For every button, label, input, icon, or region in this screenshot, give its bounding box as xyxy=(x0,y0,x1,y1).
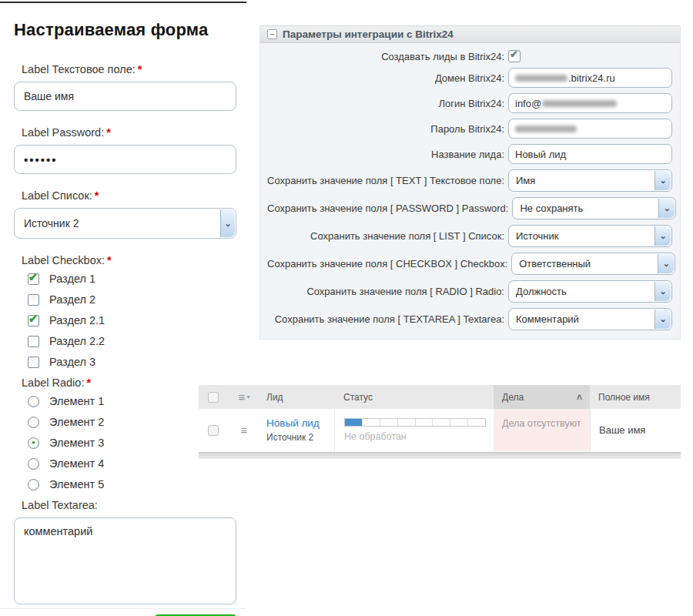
chevron-down-icon[interactable]: ⌄ xyxy=(654,310,671,329)
mapping-checkbox-label: Сохранить значение поля [ CHECKBOX ] Che… xyxy=(267,258,511,270)
column-header-full-name[interactable]: Полное имя xyxy=(590,385,681,409)
status-progress-bar xyxy=(344,418,486,427)
checkbox-razdel-2-2[interactable] xyxy=(28,336,39,347)
bitrix-password-input[interactable] xyxy=(508,119,672,139)
chevron-down-icon[interactable]: ⌄ xyxy=(654,171,671,190)
list-select[interactable]: Источник 2 ⌄ xyxy=(14,208,236,239)
column-header-status[interactable]: Статус xyxy=(334,385,494,409)
textarea-group: Label Textarea: комментарий xyxy=(14,499,236,608)
panel-header[interactable]: − Параметры интеграции с Bitrix24 xyxy=(260,25,680,43)
mapping-textarea-select[interactable]: Комментарий ⌄ xyxy=(508,308,672,330)
mapping-password-row: Сохранить значение поля [ PASSWORD ] Pas… xyxy=(267,197,673,219)
redacted-text xyxy=(542,100,617,107)
domain-input[interactable]: .bitrix24.ru xyxy=(508,68,672,88)
column-header-lead[interactable]: Лид xyxy=(260,385,334,409)
sort-asc-icon: ˄ xyxy=(577,392,582,403)
checkbox-razdel-3[interactable] xyxy=(28,357,39,368)
checkbox-option: Раздел 3 xyxy=(28,356,236,368)
chevron-down-icon[interactable]: ⌄ xyxy=(220,209,235,237)
mapping-list-label: Сохранить значение поля [ LIST ] Список: xyxy=(267,230,508,242)
create-leads-checkbox[interactable]: ✔ xyxy=(508,50,521,62)
radio-option: Элемент 5 xyxy=(28,478,236,490)
mapping-radio-select[interactable]: Должность ⌄ xyxy=(508,280,672,303)
radio-option-label: Элемент 2 xyxy=(49,416,104,428)
radio-dot-icon: ● xyxy=(32,440,35,446)
comment-textarea[interactable]: комментарий xyxy=(14,517,236,604)
radio-option-label: Элемент 1 xyxy=(49,395,104,407)
list-select-value: Источник 2 xyxy=(24,217,79,229)
mapping-radio-row: Сохранить значение поля [ RADIO ] Radio:… xyxy=(267,280,673,303)
chevron-down-icon[interactable]: ⌄ xyxy=(658,199,675,218)
chevron-down-icon[interactable]: ⌄ xyxy=(658,254,674,273)
checkbox-option-label: Раздел 2.1 xyxy=(49,314,105,326)
radio-element-4[interactable] xyxy=(28,458,39,470)
status-label: Не обработан xyxy=(344,431,494,442)
text-input[interactable] xyxy=(14,82,236,111)
domain-row: Домен Bitrix24: .bitrix24.ru xyxy=(267,68,673,88)
mapping-password-label: Сохранить значение поля [ PASSWORD ] Pas… xyxy=(267,203,512,214)
check-icon: ✔ xyxy=(28,272,38,283)
menu-caret-icon[interactable]: ▾ xyxy=(246,393,249,400)
radio-option: Элемент 4 xyxy=(28,457,236,470)
checkbox-option-label: Раздел 1 xyxy=(49,273,95,285)
panel-title: Параметры интеграции с Bitrix24 xyxy=(283,28,454,40)
lead-name-input[interactable]: Новый лид xyxy=(508,144,672,164)
radio-option-label: Элемент 3 xyxy=(49,437,104,449)
login-row: Логин Bitrix24: info@ xyxy=(267,93,673,113)
mapping-list-select[interactable]: Источник ⌄ xyxy=(508,225,672,247)
list-field-group: Label Список:* Источник 2 ⌄ xyxy=(14,189,236,239)
select-all-checkbox[interactable] xyxy=(208,392,219,403)
mapping-password-select[interactable]: Не сохранять ⌄ xyxy=(512,197,676,219)
mapping-text-label: Сохранить значение поля [ TEXT ] Текстов… xyxy=(267,175,508,186)
check-icon: ✔ xyxy=(510,49,518,59)
login-prefix: info@ xyxy=(515,98,541,109)
checkbox-razdel-2-1[interactable]: ✔ xyxy=(28,315,39,326)
list-field-label: Label Список:* xyxy=(22,189,236,202)
chevron-down-icon[interactable]: ⌄ xyxy=(654,282,671,301)
leads-table: ≡ ▾ Лид Статус Дела ˄ Полное имя ≡ Новый… xyxy=(199,385,681,459)
redacted-text xyxy=(515,75,567,82)
row-checkbox[interactable] xyxy=(208,425,219,436)
text-field-label: Label Текстовое поле:* xyxy=(22,63,236,75)
mapping-checkbox-select[interactable]: Ответственный ⌄ xyxy=(511,253,675,275)
checkbox-option: ✔ Раздел 1 xyxy=(28,273,236,285)
lead-name-label: Название лида: xyxy=(267,149,508,160)
password-input[interactable] xyxy=(14,145,236,174)
password-field-group: Label Password:* xyxy=(14,126,236,174)
checkbox-option: Раздел 2 xyxy=(28,293,236,306)
lead-name-row: Название лида: Новый лид xyxy=(267,144,673,164)
mapping-text-select[interactable]: Имя ⌄ xyxy=(508,169,672,192)
checkbox-group-label: Label Checkbox:* xyxy=(22,254,236,266)
required-icon: * xyxy=(107,254,112,266)
bitrix24-integration-panel: − Параметры интеграции с Bitrix24 Создав… xyxy=(259,25,681,340)
column-header-activities[interactable]: Дела ˄ xyxy=(494,385,590,409)
mapping-radio-label: Сохранить значение поля [ RADIO ] Radio: xyxy=(267,286,508,297)
domain-suffix: .bitrix24.ru xyxy=(568,72,615,84)
radio-element-1[interactable] xyxy=(28,396,39,407)
create-leads-row: Создавать лиды в Bitrix24: ✔ xyxy=(267,50,673,62)
chevron-down-icon[interactable]: ⌄ xyxy=(654,226,671,246)
checkbox-option-label: Раздел 3 xyxy=(49,356,95,368)
collapse-icon[interactable]: − xyxy=(267,29,277,39)
login-input[interactable]: info@ xyxy=(508,93,672,113)
required-icon: * xyxy=(95,189,99,202)
lead-name-link[interactable]: Новый лид xyxy=(266,417,334,429)
row-menu-icon[interactable]: ≡ xyxy=(241,424,248,436)
mapping-text-row: Сохранить значение поля [ TEXT ] Текстов… xyxy=(267,169,673,192)
horizontal-scrollbar[interactable] xyxy=(199,452,681,459)
checkbox-razdel-2[interactable] xyxy=(28,294,39,306)
mapping-checkbox-row: Сохранить значение поля [ CHECKBOX ] Che… xyxy=(267,253,673,275)
checkbox-option: ✔ Раздел 2.1 xyxy=(28,314,236,326)
radio-element-5[interactable] xyxy=(28,479,39,490)
radio-element-2[interactable] xyxy=(28,417,39,428)
required-icon: * xyxy=(138,63,142,75)
radio-element-3[interactable]: ● xyxy=(28,437,39,449)
password-label: Пароль Bitrix24: xyxy=(267,123,508,135)
full-name-cell: Ваше имя xyxy=(590,409,681,451)
menu-icon[interactable]: ≡ xyxy=(239,391,246,403)
checkbox-razdel-1[interactable]: ✔ xyxy=(28,273,39,285)
redacted-text xyxy=(515,126,577,132)
mapping-textarea-label: Сохранить значение поля [ TEXTAREA ] Tex… xyxy=(267,313,508,325)
domain-label: Домен Bitrix24: xyxy=(267,72,508,84)
password-field-label: Label Password:* xyxy=(22,126,236,139)
